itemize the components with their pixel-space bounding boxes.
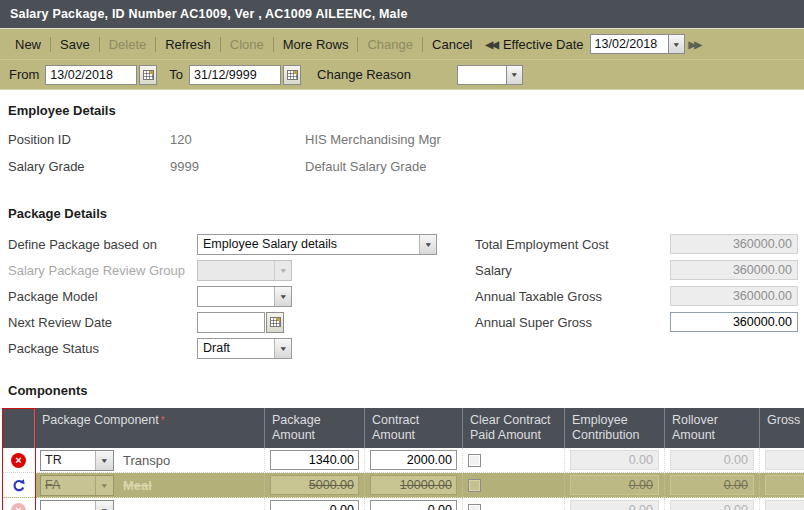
review-group-value — [198, 261, 274, 280]
contract-amount-input[interactable]: 0.00 — [370, 500, 457, 510]
delete-row-icon[interactable]: × — [11, 453, 26, 468]
chevron-down-icon[interactable]: ▼ — [95, 501, 113, 510]
component-code-value[interactable] — [41, 501, 95, 510]
employee-contribution-column-header: Employee Contribution — [565, 408, 665, 448]
total-employment-cost-value: 360000.00 — [670, 234, 798, 254]
cancel-button[interactable]: Cancel — [423, 37, 481, 52]
salary-grade-description: Default Salary Grade — [305, 159, 804, 174]
package-model-label: Package Model — [8, 289, 197, 304]
effective-date-select[interactable]: 13/02/2018 ▼ — [590, 34, 685, 54]
change-reason-label: Change Reason — [301, 67, 417, 82]
salary-grade-row: Salary Grade 9999 Default Salary Grade — [8, 153, 804, 180]
next-effective-date-icon[interactable]: ▶▶ — [685, 39, 704, 50]
package-component-column-header: Package Component* — [35, 408, 265, 448]
component-code-select: FA ▼ — [40, 475, 114, 496]
clear-contract-column-header: Clear Contract Paid Amount — [463, 408, 565, 448]
review-group-select: ▼ — [197, 260, 292, 281]
employee-details-heading: Employee Details — [8, 103, 804, 118]
gross-value — [765, 500, 804, 510]
window-title: Salary Package, ID Number AC1009, Ver , … — [0, 0, 804, 28]
employee-contribution-value: 0.00 — [570, 450, 659, 470]
new-button[interactable]: New — [6, 37, 50, 52]
clear-contract-checkbox[interactable] — [468, 504, 481, 510]
effective-date-value[interactable]: 13/02/2018 — [590, 34, 668, 54]
next-review-calendar-icon[interactable] — [266, 312, 284, 333]
clear-contract-checkbox — [468, 479, 481, 492]
to-date-input[interactable] — [189, 65, 281, 85]
salary-grade-label: Salary Grade — [8, 159, 170, 174]
define-package-value[interactable]: Employee Salary details — [198, 235, 419, 254]
contract-amount-input[interactable]: 2000.00 — [370, 450, 457, 470]
main-toolbar: New Save Delete Refresh Clone More Rows … — [0, 28, 804, 59]
gross-value — [765, 450, 804, 470]
refresh-button[interactable]: Refresh — [156, 37, 220, 52]
position-id-row: Position ID 120 HIS Merchandising Mgr — [8, 126, 804, 153]
row-action-column-header — [2, 408, 35, 448]
annual-taxable-gross-label: Annual Taxable Gross — [475, 289, 670, 304]
package-status-value[interactable]: Draft — [198, 339, 274, 358]
annual-taxable-gross-value: 360000.00 — [670, 286, 798, 306]
salary-label: Salary — [475, 263, 670, 278]
define-package-select[interactable]: Employee Salary details ▼ — [197, 234, 437, 255]
package-details-heading: Package Details — [8, 206, 804, 221]
components-table: Package Component* Package Amount Contra… — [2, 408, 804, 510]
package-amount-column-header: Package Amount — [265, 408, 365, 448]
chevron-down-icon: ▼ — [95, 476, 113, 495]
annual-super-gross-input[interactable]: 360000.00 — [670, 312, 798, 332]
table-row: × TR ▼ Transpo 1340.00 2000.00 0.00 0.00 — [2, 448, 804, 473]
component-name: Transpo — [123, 453, 170, 468]
salary-grade-value: 9999 — [170, 159, 305, 174]
package-details-left: Define Package based on Employee Salary … — [8, 231, 475, 361]
employee-contribution-value: 0.00 — [570, 475, 659, 495]
package-details-summary: Total Employment Cost 360000.00 Salary 3… — [475, 231, 804, 361]
component-code-value: FA — [41, 476, 95, 495]
change-button: Change — [358, 37, 422, 52]
next-review-date-label: Next Review Date — [8, 315, 197, 330]
previous-effective-date-icon[interactable]: ◀◀ — [482, 39, 501, 50]
undo-delete-icon[interactable] — [11, 478, 26, 493]
from-date-input[interactable] — [45, 65, 137, 85]
required-marker: * — [161, 415, 165, 426]
package-status-label: Package Status — [8, 341, 197, 356]
chevron-down-icon[interactable]: ▼ — [274, 339, 291, 358]
annual-super-gross-label: Annual Super Gross — [475, 315, 670, 330]
from-calendar-icon[interactable] — [139, 65, 157, 85]
delete-row-icon-disabled: × — [11, 503, 26, 510]
employee-contribution-value: 0.00 — [570, 500, 659, 510]
package-status-select[interactable]: Draft ▼ — [197, 338, 292, 359]
date-range-bar: From To Change Reason ▼ — [0, 59, 804, 90]
component-code-value[interactable]: TR — [41, 451, 95, 470]
contract-amount-column-header: Contract Amount — [365, 408, 463, 448]
position-description: HIS Merchandising Mgr — [305, 132, 804, 147]
from-label: From — [6, 67, 45, 82]
more-rows-button[interactable]: More Rows — [274, 37, 358, 52]
package-model-select[interactable]: ▼ — [197, 286, 292, 307]
review-group-label: Salary Package Review Group — [8, 263, 197, 278]
components-heading: Components — [8, 383, 804, 398]
change-reason-value[interactable] — [457, 65, 506, 85]
chevron-down-icon[interactable]: ▼ — [95, 451, 113, 470]
clear-contract-checkbox[interactable] — [468, 454, 481, 467]
rollover-amount-value: 0.00 — [670, 450, 754, 470]
component-name: Meal — [123, 478, 152, 493]
position-id-value: 120 — [170, 132, 305, 147]
total-employment-cost-label: Total Employment Cost — [475, 237, 670, 252]
chevron-down-icon[interactable]: ▼ — [668, 34, 685, 54]
salary-package-window: Salary Package, ID Number AC1009, Ver , … — [0, 0, 804, 510]
rollover-amount-value: 0.00 — [670, 500, 754, 510]
component-code-select[interactable]: TR ▼ — [40, 450, 114, 471]
package-amount-input[interactable]: 1340.00 — [270, 450, 359, 470]
to-label: To — [157, 67, 189, 82]
change-reason-select[interactable]: ▼ — [457, 65, 523, 85]
save-button[interactable]: Save — [51, 37, 99, 52]
next-review-date-input[interactable] — [197, 312, 265, 333]
to-calendar-icon[interactable] — [283, 65, 301, 85]
gross-column-header: Gross — [760, 408, 804, 448]
package-model-value[interactable] — [198, 287, 274, 306]
package-amount-input[interactable]: 0.00 — [270, 500, 359, 510]
chevron-down-icon[interactable]: ▼ — [274, 287, 291, 306]
delete-button: Delete — [100, 37, 156, 52]
component-code-select[interactable]: ▼ — [40, 500, 114, 510]
chevron-down-icon[interactable]: ▼ — [506, 65, 523, 85]
chevron-down-icon[interactable]: ▼ — [419, 235, 436, 254]
